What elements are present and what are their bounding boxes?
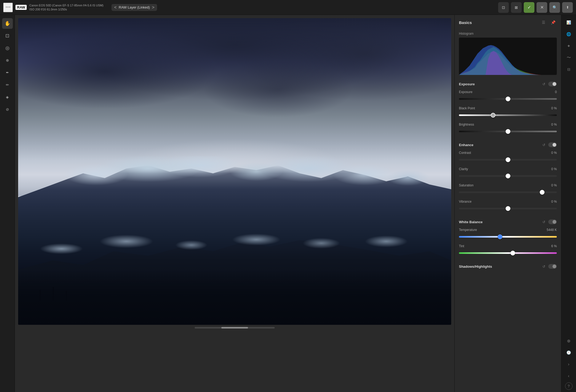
- shadows-highlights-section: Shadows/Highlights ↺: [455, 260, 561, 273]
- enhance-section-header: Enhance ↺: [459, 142, 557, 148]
- contrast-slider-row: Contrast 0 %: [459, 151, 557, 163]
- white-balance-title: White Balance: [459, 220, 541, 224]
- enhance-toggle[interactable]: [548, 142, 557, 147]
- black-point-label: Black Point: [459, 106, 475, 110]
- white-balance-reset-button[interactable]: ↺: [541, 219, 547, 225]
- clarity-label: Clarity: [459, 167, 468, 171]
- hamburger-menu-button[interactable]: ☰: [540, 19, 547, 26]
- saturation-label: Saturation: [459, 183, 474, 187]
- camera-model: Canon EOS 50D (Canon EF-S 17-85mm f/4-5.…: [29, 3, 103, 7]
- basics-header-actions: ☰ 📌: [540, 19, 557, 26]
- globe-panel-button[interactable]: 🌐: [563, 29, 574, 39]
- right-panel-main: Basics ☰ 📌 Histogram: [455, 15, 561, 392]
- saturation-slider[interactable]: [459, 189, 557, 196]
- help-button[interactable]: ?: [565, 382, 573, 390]
- white-balance-section: White Balance ↺ Temperature 5448 K: [455, 216, 561, 260]
- vibrance-slider[interactable]: [459, 205, 557, 212]
- layer-title: RAW Layer (Linked): [119, 5, 150, 9]
- tint-label: Tint: [459, 244, 464, 248]
- brightness-label: Brightness: [459, 123, 474, 126]
- black-point-slider-row: Black Point 0 %: [459, 106, 557, 119]
- history-panel-button[interactable]: 🕐: [563, 347, 574, 358]
- pin-button[interactable]: 📌: [549, 19, 557, 26]
- tint-value: 6 %: [551, 244, 557, 248]
- raw-badge: RAW: [15, 5, 27, 10]
- exposure-slider[interactable]: [459, 95, 557, 103]
- clarity-slider[interactable]: [459, 172, 557, 180]
- black-point-slider[interactable]: [459, 111, 557, 119]
- horizontal-scrollbar[interactable]: [195, 327, 275, 329]
- sparkle-panel-button[interactable]: ✦: [563, 41, 574, 51]
- erase-tool[interactable]: ⊘: [2, 104, 13, 115]
- topbar: ••• RAW Canon EOS 50D (Canon EF-S 17-85m…: [0, 0, 576, 15]
- expand-left-button[interactable]: ‹: [563, 371, 574, 381]
- crosshair-panel-button[interactable]: ⊕: [563, 335, 574, 346]
- temperature-slider[interactable]: [459, 233, 557, 241]
- vibrance-slider-row: Vibrance 0 %: [459, 200, 557, 212]
- basics-header: Basics ☰ 📌: [455, 15, 561, 29]
- clarity-value: 0 %: [551, 167, 557, 171]
- layer-prev-button[interactable]: <: [114, 5, 117, 10]
- right-outer: Basics ☰ 📌 Histogram: [454, 15, 576, 392]
- landscape-photo: [18, 18, 451, 325]
- enhance-reset-button[interactable]: ↺: [541, 142, 547, 148]
- vibrance-value: 0 %: [551, 200, 557, 203]
- enhance-section: Enhance ↺ Contrast 0 %: [455, 139, 561, 216]
- main-layout: ✋ ⊡ ◎ ⊕ ✒ ✏ ◈ ⊘: [0, 15, 576, 392]
- confirm-button[interactable]: ✓: [524, 2, 534, 13]
- temperature-slider-row: Temperature 5448 K: [459, 228, 557, 241]
- exposure-reset-button[interactable]: ↺: [541, 81, 547, 87]
- tint-slider[interactable]: [459, 249, 557, 257]
- basics-title: Basics: [459, 20, 540, 25]
- exposure-toggle[interactable]: [548, 82, 557, 86]
- saturation-slider-row: Saturation 0 %: [459, 183, 557, 196]
- temperature-label: Temperature: [459, 228, 477, 232]
- hand-tool[interactable]: ✋: [2, 18, 13, 29]
- exposure-section-title: Exposure: [459, 82, 541, 86]
- topbar-actions: ⊡ ⊠ ✓ ✕ 🔍 ⬆: [498, 2, 573, 13]
- menu-dots-button[interactable]: •••: [3, 3, 13, 12]
- exposure-label: Exposure: [459, 90, 473, 94]
- soft-proof-button[interactable]: ⊡: [498, 2, 509, 13]
- clarity-slider-row: Clarity 0 %: [459, 167, 557, 180]
- shadows-highlights-title: Shadows/Highlights: [459, 265, 541, 269]
- layers-panel-button[interactable]: ⊟: [563, 64, 574, 75]
- contrast-label: Contrast: [459, 151, 471, 155]
- brush-tool[interactable]: ✏: [2, 79, 13, 90]
- enhance-section-title: Enhance: [459, 143, 541, 147]
- panel-icons: 📊 🌐 ✦ 〜 ⊟ ⊕ 🕐 › ‹ ?: [561, 15, 576, 392]
- crop-tool[interactable]: ⊡: [2, 30, 13, 41]
- brightness-slider-row: Brightness 0 %: [459, 123, 557, 135]
- scrollbar-thumb[interactable]: [221, 327, 248, 329]
- histogram-panel-button[interactable]: 📊: [563, 17, 574, 28]
- layer-next-button[interactable]: >: [152, 5, 154, 10]
- zoom-button[interactable]: 🔍: [549, 2, 560, 13]
- white-balance-header: White Balance ↺: [459, 219, 557, 225]
- saturation-value: 0 %: [551, 183, 557, 187]
- select-tool[interactable]: ◎: [2, 43, 13, 53]
- collapse-right-button[interactable]: ›: [563, 359, 574, 370]
- contrast-slider[interactable]: [459, 156, 557, 163]
- exposure-slider-row: Exposure 0: [459, 90, 557, 103]
- exposure-section-header: Exposure ↺: [459, 81, 557, 87]
- exposure-value: 0: [555, 90, 557, 94]
- brightness-slider[interactable]: [459, 128, 557, 135]
- brightness-value: 0 %: [551, 123, 557, 126]
- export-button[interactable]: ⬆: [562, 2, 573, 13]
- shadows-highlights-toggle[interactable]: [548, 264, 557, 269]
- clone-tool[interactable]: ✒: [2, 67, 13, 78]
- heal-tool[interactable]: ⊕: [2, 55, 13, 66]
- shadows-highlights-reset-button[interactable]: ↺: [541, 263, 547, 269]
- curve-panel-button[interactable]: 〜: [563, 52, 574, 63]
- white-balance-toggle[interactable]: [548, 219, 557, 224]
- gradient-tool[interactable]: ◈: [2, 92, 13, 102]
- cancel-button[interactable]: ✕: [537, 2, 547, 13]
- histogram-section: Histogram: [455, 29, 561, 78]
- temperature-value: 5448 K: [547, 228, 557, 232]
- vibrance-label: Vibrance: [459, 200, 471, 203]
- compare-button[interactable]: ⊠: [511, 2, 522, 13]
- exposure-section: Exposure ↺ Exposure 0: [455, 78, 561, 139]
- canvas-area: [15, 15, 454, 392]
- black-point-value: 0 %: [551, 106, 557, 110]
- left-toolbar: ✋ ⊡ ◎ ⊕ ✒ ✏ ◈ ⊘: [0, 15, 15, 392]
